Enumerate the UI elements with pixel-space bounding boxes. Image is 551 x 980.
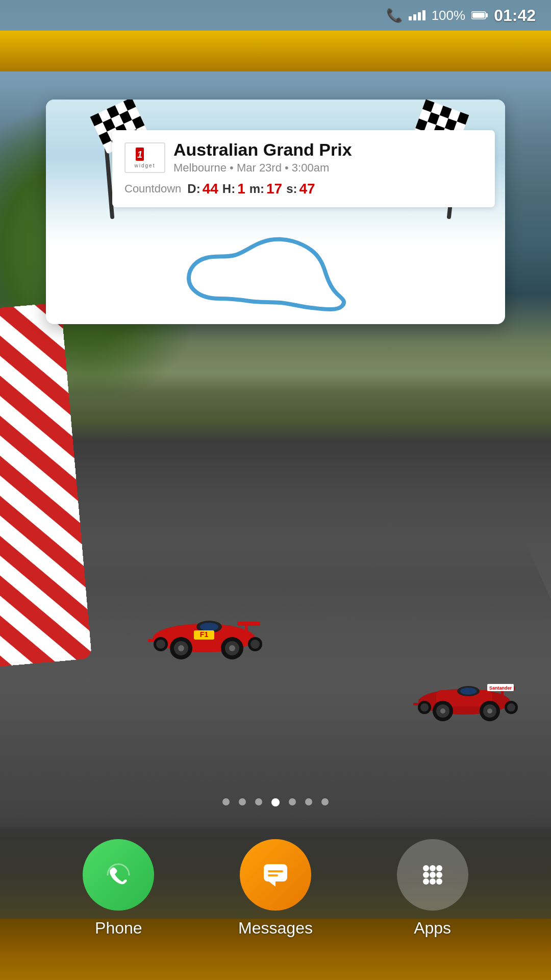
svg-point-76 (436, 865, 442, 871)
apps-label: Apps (414, 919, 451, 938)
svg-point-13 (229, 645, 235, 651)
page-dot-3[interactable] (255, 798, 262, 805)
svg-text:F1: F1 (200, 630, 209, 639)
countdown-seconds: s: 47 (286, 181, 315, 197)
battery-percent: 100% (432, 8, 466, 23)
svg-text:Santander: Santander (489, 685, 512, 691)
svg-point-15 (156, 640, 165, 649)
svg-point-77 (423, 872, 429, 878)
seconds-value: 47 (299, 181, 315, 197)
f1-widget[interactable]: 1 widget Australian Grand Prix Melbourne… (46, 100, 505, 324)
svg-point-79 (436, 872, 442, 878)
page-dot-6[interactable] (305, 798, 312, 805)
phone-label: Phone (95, 919, 142, 938)
apps-icon-bg (397, 839, 468, 911)
hours-key: H: (222, 182, 235, 196)
svg-rect-73 (268, 874, 278, 876)
circuit-map (179, 232, 372, 314)
messages-icon-bg (240, 839, 311, 911)
svg-point-74 (423, 865, 429, 871)
svg-point-10 (178, 645, 184, 651)
page-dot-2[interactable] (239, 798, 246, 805)
dock-phone[interactable]: Phone (83, 839, 154, 938)
phone-icon (101, 857, 136, 893)
svg-point-37 (507, 703, 515, 712)
phone-icon-bg (83, 839, 154, 911)
page-dot-1[interactable] (222, 798, 230, 805)
svg-point-80 (423, 878, 429, 885)
widget-info-box: 1 widget Australian Grand Prix Melbourne… (112, 130, 495, 207)
minutes-key: m: (249, 182, 264, 196)
svg-rect-4 (245, 622, 248, 633)
page-indicator (0, 798, 551, 806)
messages-label: Messages (238, 919, 313, 938)
dock: Phone Messages (0, 817, 551, 980)
page-dot-5[interactable] (289, 798, 296, 805)
f1-car-1: F1 (143, 602, 265, 664)
svg-rect-42 (472, 13, 485, 18)
barrier-top (0, 31, 551, 71)
svg-point-7 (200, 623, 218, 631)
countdown-hours: H: 1 (222, 181, 245, 197)
svg-text:1: 1 (137, 150, 142, 160)
widget-logo-text: widget (135, 163, 156, 168)
svg-point-82 (436, 878, 442, 885)
page-dot-4-active[interactable] (271, 798, 280, 806)
svg-rect-3 (237, 622, 260, 626)
svg-point-78 (430, 872, 436, 878)
status-time: 01:42 (494, 6, 536, 25)
countdown-minutes: m: 17 (249, 181, 283, 197)
svg-rect-72 (268, 870, 283, 872)
svg-point-33 (487, 708, 492, 714)
status-bar: 📞 100% 01:42 (0, 0, 551, 31)
phone-status-icon: 📞 (386, 8, 403, 23)
f1-car-2: Santander (408, 669, 520, 725)
svg-point-35 (420, 703, 429, 712)
widget-header: 1 widget Australian Grand Prix Melbourne… (124, 140, 483, 175)
countdown-days: D: 44 (187, 181, 218, 197)
svg-marker-71 (269, 881, 276, 887)
hours-value: 1 (237, 181, 245, 197)
days-key: D: (187, 182, 200, 196)
svg-point-17 (251, 640, 260, 649)
svg-point-27 (460, 688, 477, 695)
days-value: 44 (203, 181, 218, 197)
apps-icon (415, 857, 450, 893)
battery-icon (471, 11, 488, 20)
svg-point-81 (430, 878, 436, 885)
countdown-label: Countdown (124, 182, 181, 195)
svg-point-75 (430, 865, 436, 871)
seconds-key: s: (286, 182, 297, 196)
messages-icon (258, 857, 293, 893)
f1-widget-logo: 1 widget (124, 142, 165, 173)
dock-apps[interactable]: Apps (397, 839, 468, 938)
race-location: Melbourne • Mar 23rd • 3:00am (173, 161, 352, 175)
countdown-row: Countdown D: 44 H: 1 m: 17 s: 47 (124, 181, 483, 197)
svg-rect-41 (486, 13, 488, 17)
svg-point-30 (440, 708, 445, 714)
page-dot-7[interactable] (321, 798, 329, 805)
svg-rect-70 (264, 864, 287, 881)
minutes-value: 17 (266, 181, 282, 197)
race-title: Australian Grand Prix (173, 140, 352, 159)
dock-messages[interactable]: Messages (238, 839, 313, 938)
signal-icon (409, 10, 425, 20)
